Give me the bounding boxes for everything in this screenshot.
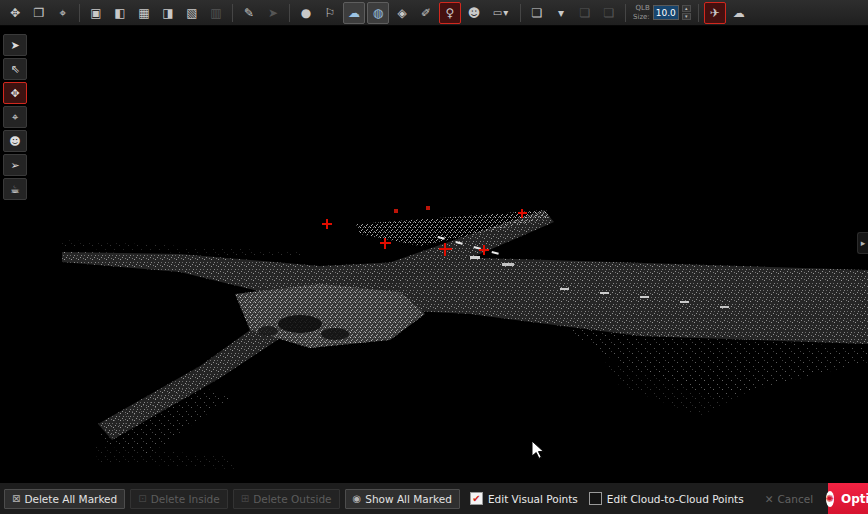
delete-outside-icon: ⊞ bbox=[241, 494, 249, 504]
control-point-dot[interactable] bbox=[394, 209, 398, 213]
checkbox-box-icon[interactable] bbox=[589, 492, 602, 505]
bottom-toolbar: ⊠Delete All Marked⊡Delete Inside⊞Delete … bbox=[0, 482, 868, 514]
globe-icon[interactable]: ◍ bbox=[367, 2, 389, 24]
show-all-marked-button[interactable]: ◉Show All Marked bbox=[345, 489, 460, 509]
edit-cloud-to-cloud-label: Edit Cloud-to-Cloud Points bbox=[607, 493, 744, 505]
qlb-decrease-button[interactable]: ▾ bbox=[682, 13, 691, 20]
qlb-increase-button[interactable]: ▴ bbox=[682, 5, 691, 12]
delete-all-marked-button[interactable]: ⊠Delete All Marked bbox=[4, 489, 125, 509]
delete-inside-button: ⊡Delete Inside bbox=[130, 489, 228, 509]
person-view-icon[interactable]: ☻ bbox=[3, 130, 27, 152]
split-view-icon[interactable]: ◧ bbox=[109, 2, 131, 24]
delete-all-marked-label: Delete All Marked bbox=[24, 493, 117, 505]
bundle-adjust-icon: ✺ bbox=[826, 491, 834, 507]
mouse-cursor bbox=[531, 440, 545, 460]
camera-icon[interactable]: ▣ bbox=[85, 2, 107, 24]
qlb-label-line2: Size: bbox=[633, 13, 650, 21]
delete-inside-label: Delete Inside bbox=[151, 493, 220, 505]
scan-position-icon[interactable]: ⌖ bbox=[3, 106, 27, 128]
process-jet-icon[interactable]: ✈ bbox=[704, 2, 726, 24]
optimize-bundle-button[interactable]: ✺Optimize Bundle bbox=[828, 483, 868, 514]
control-point-dot[interactable] bbox=[426, 206, 430, 210]
control-point-marker[interactable] bbox=[479, 245, 489, 255]
qlb-size-label: QLBSize: bbox=[633, 4, 650, 20]
control-point-marker[interactable] bbox=[380, 238, 391, 249]
cube-dropdown-caret-icon[interactable]: ▾ bbox=[550, 2, 572, 24]
edit-visual-points-checkbox[interactable]: ✔Edit Visual Points bbox=[470, 492, 578, 505]
toolbar-separator bbox=[79, 4, 80, 22]
qlb-label-line1: QLB bbox=[633, 4, 650, 12]
prism-icon[interactable]: ◈ bbox=[391, 2, 413, 24]
edit-cloud-to-cloud-checkbox[interactable]: Edit Cloud-to-Cloud Points bbox=[589, 492, 744, 505]
grid-view-icon[interactable]: ▦ bbox=[133, 2, 155, 24]
cube-tool-icon[interactable]: ❏ bbox=[526, 2, 548, 24]
control-point-marker[interactable] bbox=[439, 243, 452, 256]
toolbar-separator bbox=[289, 4, 290, 22]
qlb-size-input[interactable]: 10.0 bbox=[653, 5, 679, 20]
edit-visual-points-label: Edit Visual Points bbox=[488, 493, 578, 505]
show-all-marked-icon: ◉ bbox=[353, 494, 362, 504]
quad-view-icon[interactable]: ▧ bbox=[181, 2, 203, 24]
qlb-size-stepper: ▴▾ bbox=[682, 5, 691, 20]
select-arrow-icon[interactable]: ➤ bbox=[3, 34, 27, 56]
layout-windows-icon[interactable]: ❐ bbox=[28, 2, 50, 24]
control-point-marker[interactable] bbox=[518, 209, 527, 218]
cancel-label: Cancel bbox=[778, 493, 814, 505]
needle-icon[interactable]: ✐ bbox=[415, 2, 437, 24]
close-icon: ✕ bbox=[765, 493, 774, 505]
sphere-tool-icon[interactable]: ● bbox=[295, 2, 317, 24]
point-cloud-icon[interactable]: ☁ bbox=[343, 2, 365, 24]
select-points-icon[interactable]: ⇖ bbox=[3, 58, 27, 80]
person-pin-icon[interactable]: ☻ bbox=[463, 2, 485, 24]
transform-tool-icon[interactable]: ✥ bbox=[4, 2, 26, 24]
location-pin-icon[interactable]: ♀ bbox=[439, 2, 461, 24]
pick-cursor-icon: ➤ bbox=[262, 2, 284, 24]
pane-view-icon[interactable]: ◨ bbox=[157, 2, 179, 24]
cancel-button: ✕Cancel bbox=[765, 493, 813, 505]
toolbar-separator bbox=[625, 4, 626, 22]
paint-select-icon[interactable]: ☕ bbox=[3, 178, 27, 200]
toolbar-separator bbox=[698, 4, 699, 22]
measure-pencil-icon[interactable]: ✎ bbox=[238, 2, 260, 24]
cloud-process-icon[interactable]: ☁ bbox=[728, 2, 750, 24]
delete-all-marked-icon: ⊠ bbox=[12, 494, 20, 504]
optimize-bundle-label: Optimize Bundle bbox=[841, 492, 868, 506]
cube-measure-icon: ❏ bbox=[598, 2, 620, 24]
chevron-right-icon: ▸ bbox=[861, 239, 866, 248]
toolbar-separator bbox=[520, 4, 521, 22]
delete-outside-button: ⊞Delete Outside bbox=[233, 489, 340, 509]
qlb-size-control: QLBSize:10.0▴▾ bbox=[633, 4, 691, 20]
viewport-3d[interactable]: ➤⇖✥⌖☻➢☕ ▸ bbox=[0, 26, 868, 482]
delete-inside-icon: ⊡ bbox=[138, 494, 146, 504]
show-all-marked-label: Show All Marked bbox=[365, 493, 452, 505]
checkbox-box-icon[interactable]: ✔ bbox=[470, 492, 483, 505]
delete-outside-label: Delete Outside bbox=[253, 493, 331, 505]
marker-type-dropdown[interactable]: ▭▾ bbox=[487, 2, 515, 24]
pan-move-icon[interactable]: ✥ bbox=[3, 82, 27, 104]
point-cloud[interactable] bbox=[0, 26, 868, 482]
panel-expander[interactable]: ▸ bbox=[857, 232, 868, 254]
zoom-region-icon[interactable]: ⌖ bbox=[52, 2, 74, 24]
fly-navigation-icon[interactable]: ➢ bbox=[3, 154, 27, 176]
left-toolbar: ➤⇖✥⌖☻➢☕ bbox=[3, 34, 27, 200]
image-pair-icon: ▥ bbox=[205, 2, 227, 24]
toolbar-separator bbox=[232, 4, 233, 22]
tags-icon[interactable]: ⚐ bbox=[319, 2, 341, 24]
top-toolbar: ✥❐⌖▣◧▦◨▧▥✎➤●⚐☁◍◈✐♀☻▭▾❏▾❏❏QLBSize:10.0▴▾✈… bbox=[0, 0, 868, 26]
control-point-marker[interactable] bbox=[322, 219, 332, 229]
cube-clip-icon: ❏ bbox=[574, 2, 596, 24]
